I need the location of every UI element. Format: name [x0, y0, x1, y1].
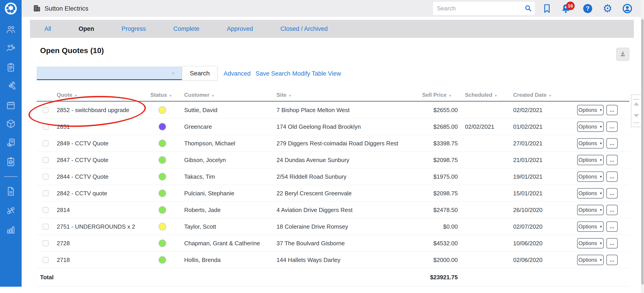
app-logo[interactable]	[0, 0, 22, 17]
clear-search-icon[interactable]: ×	[172, 70, 175, 77]
scrollbar-thumb[interactable]	[641, 19, 644, 285]
tab-closed-archived[interactable]: Closed / Archived	[280, 25, 328, 32]
options-button[interactable]: Options▼	[577, 205, 604, 215]
row-checkbox[interactable]	[42, 207, 49, 213]
options-button[interactable]: Options▼	[577, 188, 604, 199]
more-options-button[interactable]: ...	[606, 172, 618, 182]
modify-table-view-link[interactable]: Modify Table View	[292, 70, 341, 77]
more-options-button[interactable]: ...	[606, 238, 618, 249]
scroll-up-icon[interactable]	[634, 102, 639, 106]
row-checkbox[interactable]	[42, 240, 49, 246]
more-options-button[interactable]: ...	[606, 105, 618, 115]
more-options-button[interactable]: ...	[606, 138, 618, 149]
integrations-icon[interactable]	[6, 205, 16, 216]
documents-icon[interactable]	[6, 186, 16, 197]
options-button[interactable]: Options▼	[577, 172, 604, 182]
global-search-input[interactable]	[437, 2, 520, 15]
status-dot[interactable]	[158, 156, 166, 164]
quote-search-input[interactable]	[40, 67, 168, 79]
quote-cell[interactable]: 2842 - CCTV quote	[57, 190, 107, 197]
status-dot[interactable]	[158, 106, 166, 114]
row-checkbox[interactable]	[42, 157, 49, 163]
inventory-cube-icon[interactable]	[6, 118, 16, 129]
settings-gear-icon[interactable]: ⚙	[602, 3, 613, 14]
quote-search-field: ×	[37, 67, 182, 80]
reports-chart-icon[interactable]	[6, 224, 16, 235]
more-options-button[interactable]: ...	[606, 205, 618, 215]
sell-price-cell: $0.00	[404, 223, 458, 230]
quote-cell[interactable]: 2728	[57, 240, 70, 247]
invoices-icon[interactable]	[6, 137, 16, 148]
caret-down-icon: ▼	[599, 142, 602, 145]
site-cell: 7 Bishop Place Melton West	[276, 106, 350, 113]
customers-icon[interactable]	[6, 24, 16, 35]
schedule-calendar-icon[interactable]	[6, 100, 16, 111]
search-button[interactable]: Search	[182, 66, 218, 81]
options-cell: Options▼	[577, 238, 604, 249]
quote-cell[interactable]: 2849 - CCTV Quote	[57, 140, 108, 147]
quotes-clipboard-icon[interactable]	[6, 62, 16, 73]
row-checkbox[interactable]	[42, 124, 49, 130]
options-button[interactable]: Options▼	[577, 138, 604, 149]
options-button[interactable]: Options▼	[577, 255, 604, 265]
sort-caret-icon: ▾	[449, 94, 451, 97]
help-icon[interactable]: ?	[582, 3, 593, 14]
quote-cell[interactable]: 2718	[57, 256, 70, 263]
scroll-down-icon[interactable]	[634, 114, 639, 117]
more-options-button[interactable]: ...	[606, 255, 618, 265]
header-status[interactable]: Status▾	[150, 92, 171, 98]
options-button[interactable]: Options▼	[577, 238, 604, 249]
header-scheduled[interactable]: Scheduled▾	[465, 92, 497, 98]
account-icon[interactable]	[622, 3, 633, 14]
status-dot[interactable]	[158, 190, 166, 197]
sales-trend-icon[interactable]	[6, 43, 16, 54]
row-checkbox-cell	[42, 257, 49, 263]
tab-progress[interactable]: Progress	[122, 25, 146, 32]
customer-cell: Greencare	[184, 123, 212, 130]
options-button[interactable]: Options▼	[577, 105, 604, 115]
options-button[interactable]: Options▼	[577, 222, 604, 232]
quote-cell[interactable]: 2751 - UNDERGROUNDS x 2	[57, 223, 135, 230]
search-icon[interactable]	[524, 4, 532, 13]
row-checkbox[interactable]	[42, 224, 49, 230]
more-options-button[interactable]: ...	[606, 188, 618, 199]
notifications-bell-icon[interactable]: 16	[560, 3, 572, 14]
options-button[interactable]: Options▼	[577, 121, 604, 132]
tasks-clipboard-check-icon[interactable]	[6, 156, 16, 167]
status-dot[interactable]	[158, 206, 166, 214]
save-search-link[interactable]: Save Search	[256, 70, 290, 77]
options-button[interactable]: Options▼	[577, 155, 604, 165]
status-dot[interactable]	[158, 123, 166, 131]
row-checkbox[interactable]	[42, 107, 49, 113]
row-checkbox[interactable]	[42, 190, 49, 196]
tab-complete[interactable]: Complete	[174, 25, 200, 32]
jobs-wrench-icon[interactable]	[6, 81, 16, 92]
more-options-button[interactable]: ...	[606, 121, 618, 132]
row-checkbox[interactable]	[42, 257, 49, 263]
status-dot[interactable]	[158, 223, 166, 231]
status-dot[interactable]	[158, 240, 166, 247]
header-sell-price[interactable]: Sell Price▾	[422, 92, 451, 98]
status-dot[interactable]	[158, 173, 166, 181]
tab-approved[interactable]: Approved	[227, 25, 253, 32]
quote-cell[interactable]: 2851	[57, 123, 70, 130]
header-customer[interactable]: Customer▾	[184, 92, 214, 98]
export-button[interactable]	[616, 48, 629, 61]
quote-cell[interactable]: 2852 - switchboard upgrade	[57, 106, 129, 113]
advanced-link[interactable]: Advanced	[224, 70, 250, 77]
quote-cell[interactable]: 2814	[57, 206, 70, 213]
row-checkbox[interactable]	[42, 140, 49, 146]
header-quote[interactable]: Quote▾	[57, 92, 77, 98]
header-site[interactable]: Site▾	[276, 92, 291, 98]
quote-cell[interactable]: 2844 - CCTV Quote	[57, 173, 108, 180]
quote-cell[interactable]: 2847 - CCTV Quote	[57, 156, 108, 163]
more-options-button[interactable]: ...	[606, 222, 618, 232]
tab-open[interactable]: Open	[78, 25, 94, 32]
more-options-button[interactable]: ...	[606, 155, 618, 165]
bookmark-icon[interactable]	[541, 3, 552, 14]
header-created-date[interactable]: Created Date▾	[513, 92, 551, 98]
status-dot[interactable]	[158, 140, 166, 147]
row-checkbox[interactable]	[42, 174, 49, 180]
status-dot[interactable]	[158, 256, 166, 264]
tab-all[interactable]: All	[44, 25, 51, 32]
